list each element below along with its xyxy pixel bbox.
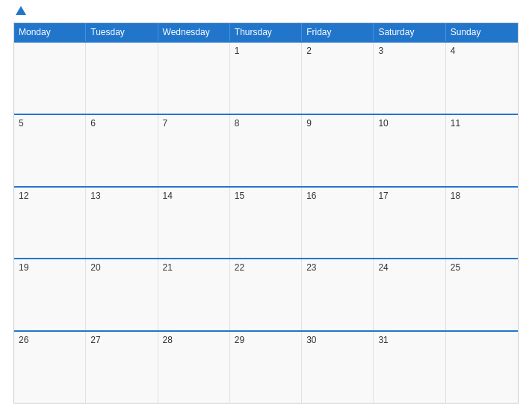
day-number: 12 (19, 191, 28, 201)
logo-triangle-icon (16, 6, 26, 15)
day-number: 5 (19, 118, 24, 129)
day-cell (446, 332, 518, 403)
week-row-4: 19202122232425 (14, 258, 518, 330)
day-cell: 2 (302, 43, 374, 114)
day-cell: 21 (158, 259, 230, 330)
day-number: 10 (378, 118, 388, 129)
day-number: 7 (163, 118, 168, 129)
day-cell: 22 (230, 259, 302, 330)
day-cell: 9 (302, 115, 374, 186)
day-header-friday: Friday (302, 23, 374, 41)
day-number: 20 (90, 262, 100, 273)
day-cell: 29 (230, 332, 302, 403)
day-cell: 13 (86, 188, 158, 259)
day-cell: 10 (374, 115, 445, 186)
day-number: 8 (235, 118, 240, 129)
day-cell: 20 (86, 259, 158, 330)
day-cell: 17 (374, 188, 445, 259)
day-cell: 12 (14, 188, 86, 259)
calendar-container: MondayTuesdayWednesdayThursdayFridaySatu… (0, 0, 532, 411)
day-number: 28 (163, 335, 173, 345)
day-cell: 1 (230, 43, 302, 114)
week-row-3: 12131415161718 (14, 186, 518, 259)
logo (13, 7, 26, 16)
day-cell: 3 (374, 43, 445, 114)
day-number: 26 (19, 335, 28, 345)
day-number: 11 (451, 118, 460, 129)
day-cell: 19 (14, 259, 86, 330)
calendar-grid: MondayTuesdayWednesdayThursdayFridaySatu… (13, 22, 519, 404)
day-cell: 27 (86, 332, 158, 403)
day-cell: 30 (302, 332, 374, 403)
day-header-monday: Monday (14, 23, 86, 41)
day-number: 4 (451, 46, 456, 56)
day-header-wednesday: Wednesday (158, 23, 230, 41)
day-number: 9 (306, 118, 312, 129)
day-header-tuesday: Tuesday (86, 23, 158, 41)
day-number: 19 (19, 262, 28, 273)
day-number: 21 (163, 262, 173, 273)
day-cell: 26 (14, 332, 86, 403)
day-header-thursday: Thursday (230, 23, 302, 41)
day-number: 17 (378, 191, 388, 201)
day-cell: 4 (446, 43, 518, 114)
day-cell: 24 (374, 259, 445, 330)
day-cell (158, 43, 230, 114)
day-cell: 28 (158, 332, 230, 403)
week-row-5: 262728293031 (14, 330, 518, 403)
day-number: 23 (306, 262, 316, 273)
day-cell: 8 (230, 115, 302, 186)
day-cell: 25 (446, 259, 518, 330)
day-number: 18 (451, 191, 460, 201)
day-number: 31 (378, 335, 388, 345)
day-number: 29 (235, 335, 244, 345)
day-header-sunday: Sunday (446, 23, 518, 41)
day-number: 1 (235, 46, 240, 56)
calendar-header (13, 7, 519, 16)
day-cell: 5 (14, 115, 86, 186)
day-number: 13 (90, 191, 100, 201)
day-cell: 16 (302, 188, 374, 259)
day-cell: 18 (446, 188, 518, 259)
weeks-container: 1234567891011121314151617181920212223242… (14, 41, 518, 403)
day-number: 24 (378, 262, 388, 273)
day-number: 3 (378, 46, 383, 56)
day-number: 2 (306, 46, 312, 56)
day-number: 14 (163, 191, 173, 201)
days-header: MondayTuesdayWednesdayThursdayFridaySatu… (14, 23, 518, 41)
day-number: 25 (451, 262, 460, 273)
day-number: 6 (90, 118, 96, 129)
day-cell (86, 43, 158, 114)
day-cell: 11 (446, 115, 518, 186)
day-cell: 6 (86, 115, 158, 186)
day-header-saturday: Saturday (374, 23, 445, 41)
day-cell: 14 (158, 188, 230, 259)
day-cell (14, 43, 86, 114)
day-cell: 15 (230, 188, 302, 259)
day-cell: 23 (302, 259, 374, 330)
day-number: 30 (306, 335, 316, 345)
day-number: 16 (306, 191, 316, 201)
week-row-2: 567891011 (14, 114, 518, 186)
day-cell: 7 (158, 115, 230, 186)
week-row-1: 1234 (14, 41, 518, 114)
day-number: 27 (90, 335, 100, 345)
day-number: 22 (235, 262, 244, 273)
day-number: 15 (235, 191, 244, 201)
day-cell: 31 (374, 332, 445, 403)
